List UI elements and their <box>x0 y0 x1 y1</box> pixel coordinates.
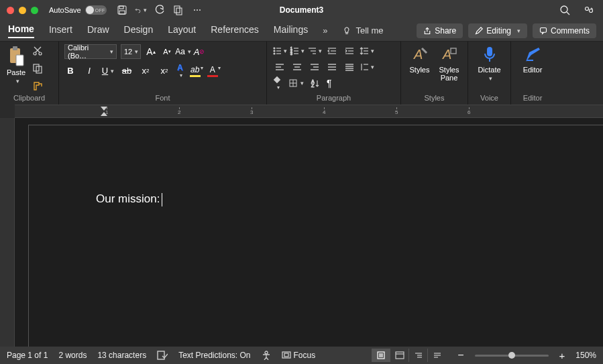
numbering-button[interactable]: 123▾ <box>290 44 305 58</box>
editor-button[interactable]: Editor <box>522 44 544 75</box>
print-layout-view-button[interactable] <box>372 349 390 362</box>
svg-rect-1 <box>119 6 123 9</box>
highlight-button[interactable]: ab▾ <box>190 65 201 77</box>
justify-button[interactable] <box>325 60 339 74</box>
font-name-select[interactable]: Calibri (Bo…▾ <box>64 44 117 59</box>
zoom-thumb[interactable] <box>508 352 515 359</box>
maximize-window-button[interactable] <box>31 7 38 14</box>
svg-rect-73 <box>158 351 164 359</box>
share-button[interactable]: Share <box>417 23 463 38</box>
zoom-level[interactable]: 150% <box>575 351 596 360</box>
bullets-button[interactable]: ▾ <box>272 44 287 58</box>
line-spacing-2-button[interactable]: ▾ <box>360 60 374 74</box>
more-icon[interactable]: ⋯ <box>191 4 203 16</box>
italic-button[interactable]: I <box>83 65 95 77</box>
tab-design[interactable]: Design <box>124 24 154 38</box>
text-predictions-status[interactable]: Text Predictions: On <box>178 351 250 360</box>
text-effects-button[interactable]: A▾ <box>177 63 183 78</box>
svg-rect-76 <box>284 353 288 357</box>
tab-mailings[interactable]: Mailings <box>274 24 308 38</box>
styles-button[interactable]: A Styles <box>408 44 431 75</box>
more-tabs-icon[interactable]: » <box>323 25 327 36</box>
change-case-button[interactable]: Aa▾ <box>177 46 189 58</box>
save-icon[interactable] <box>116 4 128 16</box>
share-panel-icon[interactable] <box>583 4 595 16</box>
search-icon[interactable] <box>559 4 571 16</box>
undo-icon[interactable]: ▾ <box>135 4 147 16</box>
paste-button[interactable]: Paste ▾ <box>5 44 27 86</box>
shrink-font-button[interactable]: A▾ <box>161 46 173 58</box>
autosave-toggle[interactable]: AutoSave OFF <box>49 5 107 15</box>
font-group-label: Font <box>64 93 261 103</box>
accessibility-icon[interactable] <box>262 351 271 360</box>
focus-button[interactable]: Focus <box>282 351 316 360</box>
ruler-tick: 4 <box>323 107 325 115</box>
vertical-ruler[interactable] <box>0 118 15 347</box>
subscript-button[interactable]: x2 <box>140 65 152 77</box>
editing-button[interactable]: Editing▾ <box>468 23 527 38</box>
character-count[interactable]: 13 characters <box>97 351 146 360</box>
underline-button[interactable]: U▾ <box>102 65 114 77</box>
font-size-select[interactable]: 12▾ <box>121 44 141 59</box>
spellcheck-icon[interactable] <box>157 351 168 360</box>
multilevel-list-button[interactable]: ▾ <box>307 44 322 58</box>
comments-button[interactable]: Comments <box>533 23 596 38</box>
microphone-icon <box>482 46 497 64</box>
font-color-button[interactable]: A▾ <box>207 65 218 77</box>
grow-font-button[interactable]: A▴ <box>145 46 157 58</box>
cut-icon[interactable] <box>31 44 44 58</box>
document-scroll-area[interactable]: Our mission: <box>15 118 603 347</box>
svg-text:3: 3 <box>290 52 292 56</box>
tab-insert[interactable]: Insert <box>49 24 72 38</box>
align-center-button[interactable] <box>290 60 305 74</box>
copy-icon[interactable] <box>31 62 44 75</box>
document-body[interactable]: Our mission: <box>96 192 162 206</box>
align-right-button[interactable] <box>307 60 322 74</box>
align-left-button[interactable] <box>272 60 287 74</box>
distributed-button[interactable] <box>342 60 357 74</box>
zoom-slider[interactable] <box>475 355 549 357</box>
minimize-window-button[interactable] <box>19 7 26 14</box>
ribbon-tabs: Home Insert Draw Design Layout Reference… <box>0 20 603 42</box>
share-icon <box>423 27 431 35</box>
styles-group: A Styles A Styles Pane Styles <box>401 42 468 105</box>
horizontal-ruler[interactable]: 123456 <box>15 105 603 118</box>
zoom-out-button[interactable]: − <box>457 349 463 361</box>
superscript-button[interactable]: x2 <box>158 65 170 77</box>
close-window-button[interactable] <box>7 7 14 14</box>
borders-button[interactable]: ▾ <box>288 78 304 88</box>
tell-me-search[interactable]: Tell me <box>342 25 383 36</box>
shading-button[interactable]: ▾ <box>272 75 282 90</box>
increase-indent-button[interactable] <box>342 44 357 58</box>
outline-view-button[interactable] <box>409 349 428 362</box>
svg-point-74 <box>265 351 268 354</box>
template-icon[interactable] <box>172 4 184 16</box>
decrease-indent-button[interactable] <box>325 44 339 58</box>
svg-rect-75 <box>282 352 290 358</box>
page-count[interactable]: Page 1 of 1 <box>7 351 48 360</box>
svg-rect-70 <box>487 47 492 56</box>
dictate-button[interactable]: Dictate▾ <box>476 44 502 83</box>
autosave-switch[interactable]: OFF <box>85 5 107 15</box>
tab-draw[interactable]: Draw <box>87 24 109 38</box>
clear-formatting-button[interactable]: A⊘ <box>193 46 205 58</box>
show-marks-button[interactable]: ¶ <box>327 78 332 88</box>
format-painter-icon[interactable] <box>31 79 44 93</box>
tab-references[interactable]: References <box>211 24 259 38</box>
window-controls <box>7 7 38 14</box>
styles-pane-button[interactable]: A Styles Pane <box>438 44 461 83</box>
sort-button[interactable]: AZ <box>311 78 320 88</box>
web-layout-view-button[interactable] <box>390 349 409 362</box>
tab-layout[interactable]: Layout <box>168 24 196 38</box>
tab-home[interactable]: Home <box>8 23 34 38</box>
zoom-in-button[interactable]: + <box>559 350 565 361</box>
bold-button[interactable]: B <box>64 65 76 77</box>
document-page[interactable]: Our mission: <box>28 125 603 347</box>
redo-icon[interactable] <box>154 4 166 16</box>
strikethrough-button[interactable]: ab <box>121 65 133 77</box>
draft-view-button[interactable] <box>428 349 447 362</box>
word-count[interactable]: 2 words <box>58 351 87 360</box>
titlebar: AutoSave OFF ▾ ⋯ Document3 <box>0 0 603 20</box>
ruler-tick: 6 <box>468 107 470 115</box>
line-spacing-button[interactable]: ▾ <box>360 44 374 58</box>
